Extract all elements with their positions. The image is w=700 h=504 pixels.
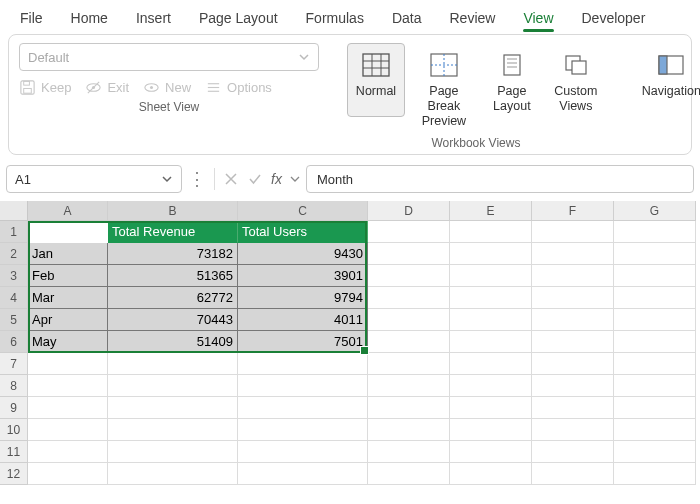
cell[interactable]: Mar — [28, 287, 108, 309]
cell[interactable] — [614, 287, 696, 309]
cell[interactable] — [450, 331, 532, 353]
cell[interactable] — [368, 441, 450, 463]
cell[interactable] — [450, 375, 532, 397]
cell[interactable] — [532, 287, 614, 309]
cell[interactable]: Total Revenue — [108, 221, 238, 243]
cell[interactable] — [368, 463, 450, 485]
select-all-corner[interactable] — [0, 201, 28, 221]
cell[interactable] — [532, 309, 614, 331]
cell[interactable] — [238, 375, 368, 397]
formula-bar-input[interactable]: Month — [306, 165, 694, 193]
cell[interactable] — [532, 353, 614, 375]
col-head[interactable]: E — [450, 201, 532, 221]
tab-formulas[interactable]: Formulas — [292, 4, 378, 34]
cell[interactable] — [450, 441, 532, 463]
cell[interactable] — [532, 243, 614, 265]
tab-file[interactable]: File — [6, 4, 57, 34]
cell[interactable] — [238, 463, 368, 485]
page-layout-button[interactable]: Page Layout — [483, 43, 541, 117]
page-break-preview-button[interactable]: Page Break Preview — [411, 43, 477, 132]
cell[interactable] — [368, 221, 450, 243]
cell[interactable]: 51409 — [108, 331, 238, 353]
cell[interactable]: 62772 — [108, 287, 238, 309]
cell[interactable] — [368, 287, 450, 309]
cell[interactable] — [368, 243, 450, 265]
cell[interactable] — [108, 419, 238, 441]
cell[interactable] — [28, 463, 108, 485]
tab-page-layout[interactable]: Page Layout — [185, 4, 292, 34]
cell[interactable] — [368, 309, 450, 331]
tab-insert[interactable]: Insert — [122, 4, 185, 34]
cell[interactable] — [532, 375, 614, 397]
normal-view-button[interactable]: Normal — [347, 43, 405, 117]
cell[interactable] — [238, 397, 368, 419]
cell[interactable]: 4011 — [238, 309, 368, 331]
row-head[interactable]: 3 — [0, 265, 28, 287]
cell[interactable] — [450, 309, 532, 331]
cell[interactable] — [614, 243, 696, 265]
cell[interactable] — [532, 419, 614, 441]
fx-icon[interactable]: fx — [271, 171, 282, 187]
cell[interactable] — [368, 375, 450, 397]
tab-home[interactable]: Home — [57, 4, 122, 34]
cell[interactable] — [108, 375, 238, 397]
cell[interactable] — [238, 441, 368, 463]
col-head[interactable]: A — [28, 201, 108, 221]
sheet-grid[interactable]: A B C D E F G 1 Month Total Revenue Tota… — [0, 201, 700, 485]
cell[interactable] — [368, 419, 450, 441]
cell[interactable] — [108, 397, 238, 419]
cell[interactable] — [532, 331, 614, 353]
cell[interactable] — [450, 397, 532, 419]
cell[interactable] — [28, 419, 108, 441]
accept-icon[interactable] — [247, 171, 263, 187]
cell[interactable] — [28, 375, 108, 397]
cell[interactable]: Apr — [28, 309, 108, 331]
cell[interactable]: Month — [28, 221, 108, 243]
cell[interactable] — [614, 221, 696, 243]
cell[interactable] — [368, 265, 450, 287]
row-head[interactable]: 1 — [0, 221, 28, 243]
cell[interactable] — [532, 441, 614, 463]
row-head[interactable]: 10 — [0, 419, 28, 441]
cell[interactable]: May — [28, 331, 108, 353]
cell[interactable] — [614, 309, 696, 331]
tab-data[interactable]: Data — [378, 4, 436, 34]
cell[interactable] — [614, 463, 696, 485]
cell[interactable] — [28, 353, 108, 375]
cell[interactable]: 51365 — [108, 265, 238, 287]
col-head[interactable]: F — [532, 201, 614, 221]
tab-view[interactable]: View — [509, 4, 567, 34]
cell[interactable] — [238, 419, 368, 441]
cell[interactable] — [450, 221, 532, 243]
tab-developer[interactable]: Developer — [568, 4, 660, 34]
row-head[interactable]: 2 — [0, 243, 28, 265]
col-head[interactable]: D — [368, 201, 450, 221]
col-head[interactable]: C — [238, 201, 368, 221]
cell[interactable]: 9430 — [238, 243, 368, 265]
col-head[interactable]: B — [108, 201, 238, 221]
chevron-down-icon[interactable] — [290, 174, 300, 184]
tab-review[interactable]: Review — [436, 4, 510, 34]
cell[interactable] — [450, 353, 532, 375]
row-head[interactable]: 8 — [0, 375, 28, 397]
cell[interactable] — [532, 265, 614, 287]
cell[interactable] — [614, 441, 696, 463]
col-head[interactable]: G — [614, 201, 696, 221]
cell[interactable] — [108, 463, 238, 485]
cell[interactable] — [238, 353, 368, 375]
cell[interactable] — [614, 375, 696, 397]
cell[interactable] — [28, 397, 108, 419]
cell[interactable]: Total Users — [238, 221, 368, 243]
cell[interactable] — [108, 441, 238, 463]
cancel-icon[interactable] — [223, 171, 239, 187]
cell[interactable] — [614, 353, 696, 375]
cell[interactable]: 9794 — [238, 287, 368, 309]
cell[interactable] — [450, 287, 532, 309]
cell[interactable] — [450, 463, 532, 485]
cell[interactable]: 73182 — [108, 243, 238, 265]
cell[interactable] — [450, 265, 532, 287]
row-head[interactable]: 5 — [0, 309, 28, 331]
more-icon[interactable]: ⋮ — [188, 168, 206, 190]
cell[interactable] — [368, 397, 450, 419]
cell[interactable] — [450, 243, 532, 265]
